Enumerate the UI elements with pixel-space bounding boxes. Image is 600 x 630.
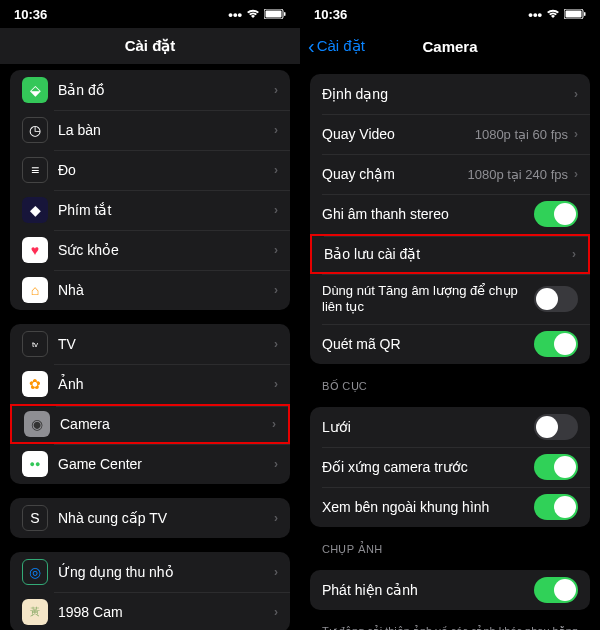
settings-group: SNhà cung cấp TV› bbox=[10, 498, 290, 538]
settings-row[interactable]: ✿Ảnh› bbox=[10, 364, 290, 404]
health-icon: ♥ bbox=[22, 237, 48, 263]
toggle-switch[interactable] bbox=[534, 494, 578, 520]
row-label: Định dạng bbox=[322, 86, 574, 102]
settings-row[interactable]: 黃1998 Cam› bbox=[10, 592, 290, 630]
row-label: Ảnh bbox=[58, 376, 274, 392]
wifi-icon bbox=[246, 7, 260, 22]
chevron-right-icon: › bbox=[572, 247, 576, 261]
signal-icon: ••• bbox=[228, 7, 242, 22]
1998cam-icon: 黃 bbox=[22, 599, 48, 625]
row-detail: 1080p tại 60 fps bbox=[475, 127, 568, 142]
grid-row[interactable]: Lưới bbox=[310, 407, 590, 447]
toggle-switch[interactable] bbox=[534, 414, 578, 440]
camera-settings-list[interactable]: Định dạng›Quay Video1080p tại 60 fps›Qua… bbox=[300, 64, 600, 630]
toggle-switch[interactable] bbox=[534, 454, 578, 480]
chevron-right-icon: › bbox=[574, 127, 578, 141]
record-slomo-row[interactable]: Quay chậm1080p tại 240 fps› bbox=[310, 154, 590, 194]
toggle-switch[interactable] bbox=[534, 286, 578, 312]
section-header: CHỤP ẢNH bbox=[322, 543, 578, 556]
settings-group: Phát hiện cảnh bbox=[310, 570, 590, 610]
settings-group: tvTV›✿Ảnh›◉Camera›●●Game Center› bbox=[10, 324, 290, 484]
wifi-icon bbox=[546, 7, 560, 22]
chevron-right-icon: › bbox=[272, 417, 276, 431]
settings-group: ◎Ứng dụng thu nhỏ›黃1998 Cam› bbox=[10, 552, 290, 630]
settings-row[interactable]: ◷La bàn› bbox=[10, 110, 290, 150]
chevron-right-icon: › bbox=[274, 283, 278, 297]
chevron-right-icon: › bbox=[274, 123, 278, 137]
settings-row[interactable]: SNhà cung cấp TV› bbox=[10, 498, 290, 538]
miniapp-icon: ◎ bbox=[22, 559, 48, 585]
row-label: Quét mã QR bbox=[322, 336, 534, 352]
svg-rect-4 bbox=[566, 10, 582, 17]
row-label: La bàn bbox=[58, 122, 274, 138]
section-header: BỐ CỤC bbox=[322, 380, 578, 393]
row-label: Bản đồ bbox=[58, 82, 274, 98]
chevron-right-icon: › bbox=[274, 377, 278, 391]
back-label: Cài đặt bbox=[317, 37, 365, 55]
row-label: Phím tắt bbox=[58, 202, 274, 218]
settings-row[interactable]: ◎Ứng dụng thu nhỏ› bbox=[10, 552, 290, 592]
row-label: Quay chậm bbox=[322, 166, 467, 182]
back-button[interactable]: ‹ Cài đặt bbox=[308, 36, 365, 56]
gamecenter-icon: ●● bbox=[22, 451, 48, 477]
page-title: Camera bbox=[422, 38, 477, 55]
row-label: Ứng dụng thu nhỏ bbox=[58, 564, 274, 580]
chevron-right-icon: › bbox=[274, 203, 278, 217]
nav-bar: ‹ Cài đặt Camera bbox=[300, 28, 600, 64]
row-label: Đối xứng camera trước bbox=[322, 459, 534, 475]
toggle-switch[interactable] bbox=[534, 577, 578, 603]
row-label: Đo bbox=[58, 162, 274, 178]
page-title: Cài đặt bbox=[125, 37, 176, 55]
chevron-right-icon: › bbox=[274, 605, 278, 619]
toggle-switch[interactable] bbox=[534, 331, 578, 357]
row-detail: 1080p tại 240 fps bbox=[467, 167, 568, 182]
stereo-row[interactable]: Ghi âm thanh stereo bbox=[310, 194, 590, 234]
compass-icon: ◷ bbox=[22, 117, 48, 143]
settings-row[interactable]: ●●Game Center› bbox=[10, 444, 290, 484]
settings-row[interactable]: ◆Phím tắt› bbox=[10, 190, 290, 230]
camera-settings-screen: 10:36 ••• ‹ Cài đặt Camera Định dạng›Qua… bbox=[300, 0, 600, 630]
photos-icon: ✿ bbox=[22, 371, 48, 397]
qr-row[interactable]: Quét mã QR bbox=[310, 324, 590, 364]
row-label: Ghi âm thanh stereo bbox=[322, 206, 534, 222]
chevron-right-icon: › bbox=[274, 243, 278, 257]
row-label: Phát hiện cảnh bbox=[322, 582, 534, 598]
svg-rect-1 bbox=[266, 10, 282, 17]
battery-icon bbox=[264, 7, 286, 22]
row-label: Camera bbox=[60, 416, 272, 432]
settings-row[interactable]: ◉Camera› bbox=[10, 404, 290, 444]
scene-detect-row[interactable]: Phát hiện cảnh bbox=[310, 570, 590, 610]
chevron-right-icon: › bbox=[274, 565, 278, 579]
row-label: Xem bên ngoài khung hình bbox=[322, 499, 534, 515]
settings-row[interactable]: tvTV› bbox=[10, 324, 290, 364]
settings-row[interactable]: ≡Đo› bbox=[10, 150, 290, 190]
section-footer: Tự động cải thiện ảnh về các cảnh khác n… bbox=[322, 624, 578, 630]
row-label: TV bbox=[58, 336, 274, 352]
chevron-right-icon: › bbox=[274, 457, 278, 471]
settings-row[interactable]: ⌂Nhà› bbox=[10, 270, 290, 310]
clock: 10:36 bbox=[14, 7, 47, 22]
formats-row[interactable]: Định dạng› bbox=[310, 74, 590, 114]
chevron-right-icon: › bbox=[274, 163, 278, 177]
chevron-right-icon: › bbox=[574, 167, 578, 181]
settings-group: Định dạng›Quay Video1080p tại 60 fps›Qua… bbox=[310, 74, 590, 364]
row-label: Nhà cung cấp TV bbox=[58, 510, 274, 526]
chevron-right-icon: › bbox=[574, 87, 578, 101]
settings-row[interactable]: ♥Sức khỏe› bbox=[10, 230, 290, 270]
status-bar: 10:36 ••• bbox=[0, 0, 300, 28]
status-icons: ••• bbox=[528, 7, 586, 22]
volume-burst-row[interactable]: Dùng nút Tăng âm lượng để chụp liên tục bbox=[310, 274, 590, 324]
row-label: Sức khỏe bbox=[58, 242, 274, 258]
tv-icon: tv bbox=[22, 331, 48, 357]
preserve-row[interactable]: Bảo lưu cài đặt› bbox=[310, 234, 590, 274]
toggle-switch[interactable] bbox=[534, 201, 578, 227]
outside-frame-row[interactable]: Xem bên ngoài khung hình bbox=[310, 487, 590, 527]
camera-icon: ◉ bbox=[24, 411, 50, 437]
tvprovider-icon: S bbox=[22, 505, 48, 531]
record-video-row[interactable]: Quay Video1080p tại 60 fps› bbox=[310, 114, 590, 154]
mirror-row[interactable]: Đối xứng camera trước bbox=[310, 447, 590, 487]
row-label: Quay Video bbox=[322, 126, 475, 142]
settings-row[interactable]: ⬙Bản đồ› bbox=[10, 70, 290, 110]
settings-list[interactable]: ⬙Bản đồ›◷La bàn›≡Đo›◆Phím tắt›♥Sức khỏe›… bbox=[0, 64, 300, 630]
status-icons: ••• bbox=[228, 7, 286, 22]
